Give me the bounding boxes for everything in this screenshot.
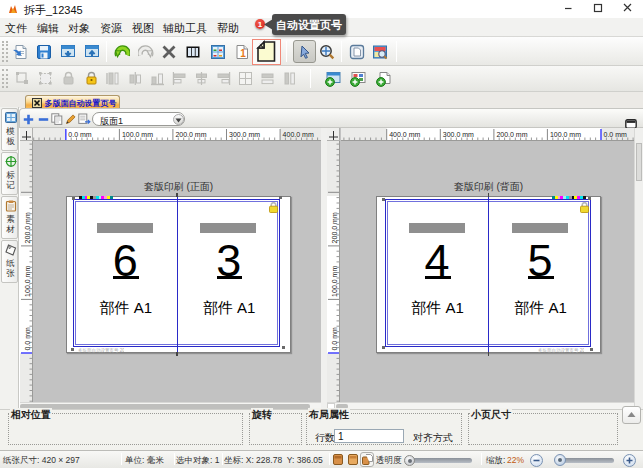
svg-text:200.0 mm: 200.0 mm bbox=[175, 131, 206, 138]
svg-text:0.0 mm: 0.0 mm bbox=[24, 327, 31, 351]
svg-text:400.0 mm: 400.0 mm bbox=[283, 131, 314, 138]
svg-text:1: 1 bbox=[240, 48, 246, 59]
svg-text:300.0 mm: 300.0 mm bbox=[443, 131, 474, 138]
svg-text:0.0 mm: 0.0 mm bbox=[331, 327, 338, 351]
svg-text:200.0 mm: 200.0 mm bbox=[331, 212, 338, 243]
svg-text:100.0 mm: 100.0 mm bbox=[550, 131, 581, 138]
svg-text:300.0 mm: 300.0 mm bbox=[229, 131, 260, 138]
svg-text:400.0 mm: 400.0 mm bbox=[389, 131, 420, 138]
svg-text:200.0 mm: 200.0 mm bbox=[24, 212, 31, 243]
svg-text:100.0 mm: 100.0 mm bbox=[122, 131, 153, 138]
svg-text:100.0 mm: 100.0 mm bbox=[24, 266, 31, 297]
svg-text:0.0 mm: 0.0 mm bbox=[68, 131, 92, 138]
svg-text:100.0 mm: 100.0 mm bbox=[331, 266, 338, 297]
svg-text:200.0 mm: 200.0 mm bbox=[496, 131, 527, 138]
svg-text:0.0 mm: 0.0 mm bbox=[604, 131, 628, 138]
